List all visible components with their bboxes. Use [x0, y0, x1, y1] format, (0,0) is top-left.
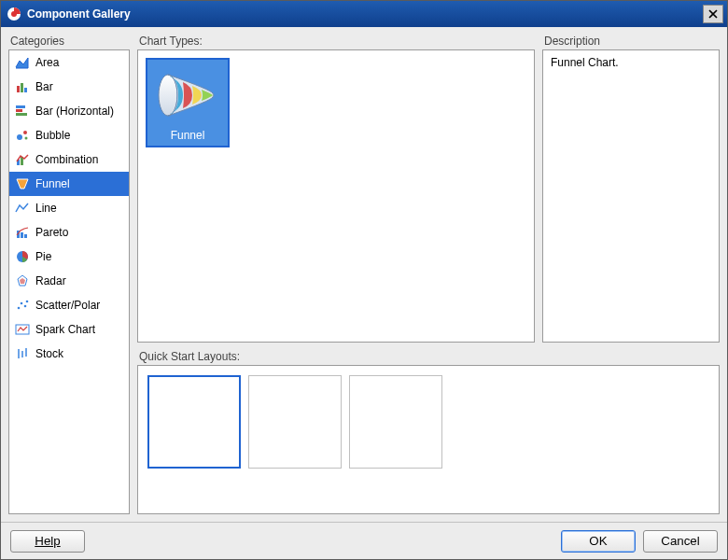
chart-types-label: Chart Types:	[137, 35, 535, 48]
ok-button[interactable]: OK	[561, 530, 636, 553]
quick-start-panel[interactable]	[137, 365, 720, 514]
svg-point-10	[25, 137, 28, 140]
svg-rect-2	[17, 86, 20, 92]
category-item-area[interactable]: Area	[9, 50, 129, 75]
radar-icon	[15, 273, 30, 288]
svg-point-23	[26, 301, 29, 303]
svg-point-21	[21, 302, 23, 305]
category-item-spark[interactable]: Spark Chart	[9, 317, 129, 342]
quickstart-thumb-0[interactable]	[147, 375, 241, 469]
category-item-bar-h[interactable]: Bar (Horizontal)	[9, 99, 129, 123]
category-item-label: Area	[35, 56, 59, 69]
svg-rect-6	[16, 109, 22, 112]
svg-rect-4	[24, 88, 27, 92]
help-button[interactable]: Help	[10, 530, 85, 553]
category-item-radar[interactable]: Radar	[9, 269, 129, 293]
category-item-label: Line	[35, 202, 57, 215]
scatter-icon	[15, 298, 30, 313]
chart-types-section: Chart Types: Funnel	[137, 35, 535, 343]
funnel-chart-icon	[155, 65, 220, 125]
svg-point-1	[11, 11, 17, 17]
categories-list[interactable]: AreaBarBar (Horizontal)BubbleCombination…	[8, 49, 130, 514]
category-item-label: Spark Chart	[35, 323, 95, 336]
top-row: Chart Types: Funnel Description Funnel C…	[137, 35, 720, 343]
quick-start-section: Quick Start Layouts:	[137, 350, 720, 514]
titlebar: Component Gallery	[1, 1, 727, 27]
category-item-label: Pareto	[35, 226, 68, 239]
line-icon	[15, 201, 30, 216]
categories-label: Categories	[8, 35, 130, 48]
area-icon	[15, 55, 30, 70]
cancel-button[interactable]: Cancel	[643, 530, 718, 553]
svg-rect-16	[24, 234, 27, 238]
category-item-label: Funnel	[35, 177, 70, 190]
svg-point-20	[18, 307, 21, 310]
funnel-icon	[15, 176, 30, 191]
bar-h-icon	[15, 104, 30, 119]
chart-type-label: Funnel	[171, 129, 205, 142]
svg-point-22	[24, 305, 27, 308]
svg-rect-5	[16, 105, 25, 108]
svg-rect-3	[21, 83, 23, 92]
category-item-line[interactable]: Line	[9, 196, 129, 220]
category-item-combination[interactable]: Combination	[9, 147, 129, 172]
category-item-stock[interactable]: Stock	[9, 342, 129, 366]
category-item-bar[interactable]: Bar	[9, 75, 129, 99]
description-label: Description	[542, 35, 720, 48]
pie-icon	[15, 249, 30, 264]
chart-types-panel[interactable]: Funnel	[137, 49, 535, 343]
category-item-label: Pie	[35, 250, 51, 263]
description-section: Description Funnel Chart.	[542, 35, 720, 343]
description-panel: Funnel Chart.	[542, 49, 720, 343]
window-title: Component Gallery	[27, 7, 703, 21]
category-item-label: Scatter/Polar	[35, 299, 100, 312]
bar-icon	[15, 79, 30, 94]
svg-point-8	[17, 134, 22, 140]
category-item-label: Bar	[35, 80, 53, 93]
category-item-bubble[interactable]: Bubble	[9, 123, 129, 147]
svg-marker-19	[20, 278, 25, 284]
combination-icon	[15, 152, 30, 167]
description-text: Funnel Chart.	[551, 56, 619, 69]
category-item-scatter[interactable]: Scatter/Polar	[9, 293, 129, 317]
svg-rect-7	[16, 113, 27, 116]
stock-icon	[15, 346, 30, 361]
footer: Help OK Cancel	[1, 522, 727, 559]
close-icon	[708, 9, 718, 19]
category-item-label: Bubble	[35, 129, 70, 142]
chart-type-thumb-funnel[interactable]: Funnel	[146, 58, 230, 147]
close-button[interactable]	[703, 5, 723, 23]
quick-start-label: Quick Start Layouts:	[137, 350, 720, 363]
category-item-pareto[interactable]: Pareto	[9, 220, 129, 245]
quickstart-thumb-2[interactable]	[349, 375, 442, 469]
category-item-funnel[interactable]: Funnel	[9, 172, 129, 196]
category-item-label: Bar (Horizontal)	[35, 105, 114, 118]
category-item-label: Radar	[35, 274, 66, 287]
svg-point-9	[23, 131, 27, 134]
category-item-label: Stock	[35, 347, 63, 360]
spark-icon	[15, 322, 30, 337]
quickstart-thumb-1[interactable]	[248, 375, 342, 469]
content-area: Categories AreaBarBar (Horizontal)Bubble…	[1, 27, 727, 522]
right-column: Chart Types: Funnel Description Funnel C…	[137, 35, 720, 514]
svg-rect-15	[21, 232, 23, 238]
category-item-label: Combination	[35, 153, 98, 166]
svg-marker-13	[17, 179, 28, 189]
pareto-icon	[15, 225, 30, 240]
app-icon	[7, 7, 21, 21]
categories-column: Categories AreaBarBar (Horizontal)Bubble…	[8, 35, 130, 514]
category-item-pie[interactable]: Pie	[9, 245, 129, 269]
bubble-icon	[15, 128, 30, 143]
